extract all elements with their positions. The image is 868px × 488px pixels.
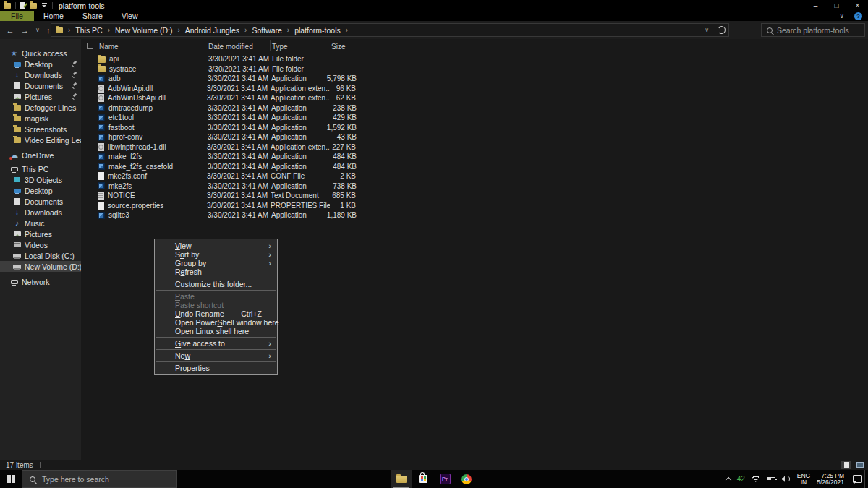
breadcrumb-this-pc[interactable]: This PC bbox=[75, 26, 102, 35]
address-field[interactable]: › This PC › New Volume (D:) › Android Ju… bbox=[51, 23, 729, 37]
file-row-mke2fs-conf[interactable]: mke2fs.conf3/30/2021 3:41 AMCONF File2 K… bbox=[81, 171, 868, 181]
sidebar-item-pictures-pc[interactable]: Pictures bbox=[0, 228, 81, 239]
sidebar-item-downloads-pc[interactable]: Downloads bbox=[0, 207, 81, 218]
taskbar-file-explorer[interactable] bbox=[391, 470, 412, 488]
new-folder-icon[interactable] bbox=[30, 3, 37, 9]
file-row-etc1tool[interactable]: etc1tool3/30/2021 3:41 AMApplication429 … bbox=[81, 113, 868, 123]
file-row-notice[interactable]: NOTICE3/30/2021 3:41 AMText Document685 … bbox=[81, 191, 868, 201]
file-row-adbwinapi[interactable]: AdbWinApi.dll3/30/2021 3:41 AMApplicatio… bbox=[81, 84, 868, 94]
taskbar-clock[interactable]: 7:25 PM5/26/2021 bbox=[817, 473, 844, 486]
sidebar-item-video-editing-learning[interactable]: Video Editing Learning bbox=[0, 134, 81, 145]
wifi-icon[interactable] bbox=[752, 476, 760, 482]
sidebar-item-documents-pc[interactable]: Documents bbox=[0, 196, 81, 207]
minimize-button[interactable]: – bbox=[805, 0, 826, 11]
ribbon-collapse-icon[interactable]: ∨ bbox=[839, 12, 844, 20]
file-row-make-f2fs[interactable]: make_f2fs3/30/2021 3:41 AMApplication484… bbox=[81, 152, 868, 162]
sidebar-item-local-disk-c[interactable]: Local Disk (C:) bbox=[0, 250, 81, 261]
forward-button[interactable]: → bbox=[21, 26, 29, 35]
file-row-hprof-conv[interactable]: hprof-conv3/30/2021 3:41 AMApplication43… bbox=[81, 132, 868, 142]
file-row-source-properties[interactable]: source.properties3/30/2021 3:41 AMPROPER… bbox=[81, 201, 868, 211]
language-indicator[interactable]: ENGIN bbox=[797, 473, 810, 486]
file-row-dmtracedump[interactable]: dmtracedump3/30/2021 3:41 AMApplication2… bbox=[81, 103, 868, 114]
file-row-make-f2fs-casefold[interactable]: make_f2fs_casefold3/30/2021 3:41 AMAppli… bbox=[81, 162, 868, 172]
select-all-checkbox[interactable] bbox=[87, 43, 93, 49]
search-icon bbox=[767, 27, 773, 33]
taskbar-chrome[interactable] bbox=[456, 470, 477, 488]
tab-view[interactable]: View bbox=[112, 11, 148, 21]
file-row-libwinpthread[interactable]: libwinpthread-1.dll3/30/2021 3:41 AMAppl… bbox=[81, 142, 868, 153]
breadcrumb-software[interactable]: Software bbox=[252, 26, 281, 35]
volume-icon[interactable] bbox=[782, 476, 791, 482]
hidden-icons-chevron-icon[interactable] bbox=[725, 476, 731, 482]
menu-item-new[interactable]: New› bbox=[155, 351, 277, 360]
application-icon bbox=[98, 153, 105, 160]
battery-percent[interactable]: 42 bbox=[737, 475, 745, 483]
taskbar-search[interactable]: Type here to search bbox=[22, 470, 177, 488]
file-row-adb[interactable]: adb3/30/2021 3:41 AMApplication5,798 KB bbox=[81, 74, 868, 84]
column-header-size[interactable]: Size bbox=[331, 43, 345, 51]
sidebar-item-3d-objects[interactable]: 3D Objects bbox=[0, 174, 81, 185]
sidebar-item-screenshots[interactable]: Screenshots bbox=[0, 124, 81, 134]
restore-button[interactable]: □ bbox=[826, 0, 847, 11]
sidebar-item-desktop[interactable]: Desktop bbox=[0, 59, 81, 69]
column-header-name[interactable]: Name bbox=[99, 43, 119, 51]
breadcrumb-android-jungles[interactable]: Android Jungles bbox=[185, 26, 239, 35]
back-button[interactable]: ← bbox=[7, 26, 14, 35]
help-icon[interactable]: ? bbox=[854, 12, 862, 20]
sidebar-item-videos[interactable]: Videos bbox=[0, 239, 81, 250]
menu-item-give-access-to[interactable]: Give access to› bbox=[155, 339, 277, 348]
taskbar-premiere-pro[interactable]: Pr bbox=[434, 470, 456, 488]
sidebar-item-network[interactable]: Network bbox=[0, 276, 81, 287]
breadcrumb-drive[interactable]: New Volume (D:) bbox=[115, 26, 172, 35]
breadcrumb-platform-tools[interactable]: platform-tools bbox=[294, 26, 341, 35]
folder-icon bbox=[13, 103, 21, 112]
action-center-icon[interactable] bbox=[853, 475, 862, 483]
search-box[interactable]: Search platform-tools bbox=[761, 23, 865, 37]
menu-item-view[interactable]: View› bbox=[155, 241, 277, 250]
battery-icon[interactable] bbox=[767, 477, 775, 481]
close-button[interactable]: × bbox=[847, 0, 868, 11]
up-button[interactable]: ↑ bbox=[46, 26, 51, 35]
show-desktop-button[interactable] bbox=[864, 470, 868, 488]
taskbar-microsoft-store[interactable] bbox=[412, 470, 434, 488]
file-row-fastboot[interactable]: fastboot3/30/2021 3:41 AMApplication1,59… bbox=[81, 123, 868, 133]
tab-home[interactable]: Home bbox=[34, 11, 73, 21]
sidebar-item-music[interactable]: Music bbox=[0, 218, 81, 228]
details-view-button[interactable] bbox=[841, 461, 851, 469]
tab-share[interactable]: Share bbox=[73, 11, 112, 21]
sidebar-item-defogger-lines[interactable]: Defogger Lines bbox=[0, 102, 81, 113]
refresh-icon[interactable] bbox=[718, 26, 726, 34]
start-button[interactable] bbox=[0, 470, 22, 488]
menu-item-customize-this-folder[interactable]: Customize this folder... bbox=[155, 280, 277, 288]
sidebar-item-new-volume-d[interactable]: New Volume (D:) bbox=[0, 261, 81, 272]
file-row-adbwinusbapi[interactable]: AdbWinUsbApi.dll3/30/2021 3:41 AMApplica… bbox=[81, 93, 868, 103]
file-row-mke2fs[interactable]: mke2fs3/30/2021 3:41 AMApplication738 KB bbox=[81, 181, 868, 192]
customize-quick-access-icon[interactable] bbox=[41, 2, 48, 9]
sidebar-item-magisk[interactable]: magisk bbox=[0, 113, 81, 124]
sidebar-item-documents[interactable]: Documents bbox=[0, 80, 81, 91]
recent-locations-icon[interactable]: ∨ bbox=[35, 27, 40, 33]
menu-item-undo-rename[interactable]: Undo RenameCtrl+Z bbox=[155, 309, 277, 318]
sidebar-item-this-pc[interactable]: This PC bbox=[0, 163, 81, 174]
sidebar-item-desktop-pc[interactable]: Desktop bbox=[0, 185, 81, 196]
sidebar-item-pictures[interactable]: Pictures bbox=[0, 91, 81, 102]
properties-icon[interactable] bbox=[20, 2, 25, 9]
column-header-type[interactable]: Type bbox=[272, 43, 288, 51]
tab-file[interactable]: File bbox=[0, 11, 34, 21]
menu-item-group-by[interactable]: Group by› bbox=[155, 259, 277, 267]
sidebar-item-onedrive[interactable]: OneDrive bbox=[0, 150, 81, 160]
menu-item-properties[interactable]: Properties bbox=[155, 364, 277, 372]
column-header-date[interactable]: Date modified bbox=[208, 43, 253, 51]
menu-item-refresh[interactable]: Refresh bbox=[155, 267, 277, 276]
file-row-api[interactable]: api3/30/2021 3:41 AMFile folder bbox=[81, 54, 868, 64]
sidebar-item-downloads[interactable]: Downloads bbox=[0, 69, 81, 80]
address-dropdown-icon[interactable]: ∨ bbox=[705, 27, 709, 33]
menu-item-open-linux-shell[interactable]: Open Linux shell here bbox=[155, 327, 277, 335]
sidebar-item-quick-access[interactable]: Quick access bbox=[0, 48, 81, 59]
file-row-systrace[interactable]: systrace3/30/2021 3:41 AMFile folder bbox=[81, 64, 868, 74]
navigation-pane: Quick access Desktop Downloads Documents… bbox=[0, 39, 81, 460]
file-row-sqlite3[interactable]: sqlite33/30/2021 3:41 AMApplication1,189… bbox=[81, 210, 868, 221]
menu-item-sort-by[interactable]: Sort by› bbox=[155, 250, 277, 259]
thumbnail-view-button[interactable] bbox=[855, 461, 865, 469]
menu-item-open-powershell[interactable]: Open PowerShell window here bbox=[155, 318, 277, 327]
